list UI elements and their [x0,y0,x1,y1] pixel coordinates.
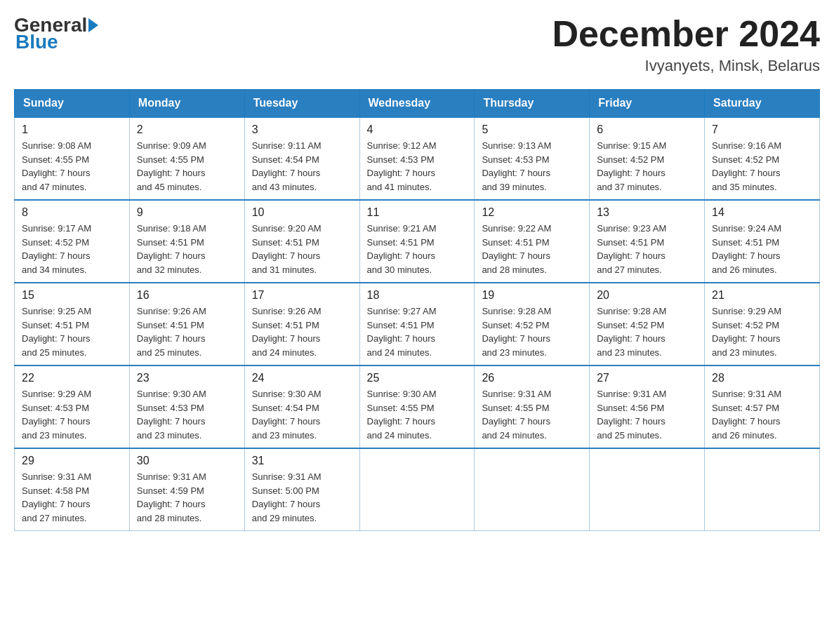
calendar-day-cell: 14 Sunrise: 9:24 AMSunset: 4:51 PMDaylig… [705,200,820,283]
logo-blue-text: Blue [15,31,58,53]
calendar-day-cell: 17 Sunrise: 9:26 AMSunset: 4:51 PMDaylig… [244,283,359,365]
day-info: Sunrise: 9:28 AMSunset: 4:52 PMDaylight:… [597,306,666,358]
calendar-week-1: 1 Sunrise: 9:08 AMSunset: 4:55 PMDayligh… [15,117,820,200]
day-number: 7 [712,123,812,136]
calendar-day-cell: 20 Sunrise: 9:28 AMSunset: 4:52 PMDaylig… [590,283,705,365]
day-info: Sunrise: 9:21 AMSunset: 4:51 PMDaylight:… [367,223,437,275]
month-title: December 2024 [552,14,820,54]
day-number: 11 [367,206,468,219]
col-thursday: Thursday [475,90,590,118]
calendar-day-cell [359,448,475,531]
calendar-day-cell: 31 Sunrise: 9:31 AMSunset: 5:00 PMDaylig… [244,448,359,531]
calendar-table: Sunday Monday Tuesday Wednesday Thursday… [14,89,820,531]
day-number: 9 [137,206,237,219]
day-number: 29 [22,455,122,467]
day-info: Sunrise: 9:31 AMSunset: 4:59 PMDaylight:… [137,471,206,523]
calendar-day-cell: 27 Sunrise: 9:31 AMSunset: 4:56 PMDaylig… [590,365,705,448]
calendar-week-2: 8 Sunrise: 9:17 AMSunset: 4:52 PMDayligh… [15,200,820,283]
day-info: Sunrise: 9:28 AMSunset: 4:52 PMDaylight:… [482,306,551,358]
calendar-week-4: 22 Sunrise: 9:29 AMSunset: 4:53 PMDaylig… [15,365,820,448]
day-number: 21 [712,289,812,302]
calendar-day-cell: 19 Sunrise: 9:28 AMSunset: 4:52 PMDaylig… [475,283,590,365]
calendar-day-cell: 3 Sunrise: 9:11 AMSunset: 4:54 PMDayligh… [244,117,359,200]
day-info: Sunrise: 9:30 AMSunset: 4:53 PMDaylight:… [137,389,206,441]
day-info: Sunrise: 9:27 AMSunset: 4:51 PMDaylight:… [367,306,437,358]
calendar-day-cell: 11 Sunrise: 9:21 AMSunset: 4:51 PMDaylig… [359,200,475,283]
calendar-day-cell: 22 Sunrise: 9:29 AMSunset: 4:53 PMDaylig… [15,365,130,448]
day-info: Sunrise: 9:23 AMSunset: 4:51 PMDaylight:… [597,223,666,275]
col-monday: Monday [129,90,244,118]
calendar-day-cell [590,448,705,531]
day-number: 15 [22,289,122,302]
day-number: 26 [482,372,582,384]
page-header: General Blue December 2024 Ivyanyets, Mi… [14,14,820,75]
day-number: 20 [597,289,697,302]
day-number: 12 [482,206,582,219]
col-friday: Friday [590,90,705,118]
calendar-day-cell: 23 Sunrise: 9:30 AMSunset: 4:53 PMDaylig… [129,365,244,448]
calendar-day-cell: 30 Sunrise: 9:31 AMSunset: 4:59 PMDaylig… [129,448,244,531]
calendar-day-cell: 2 Sunrise: 9:09 AMSunset: 4:55 PMDayligh… [129,117,244,200]
calendar-day-cell: 18 Sunrise: 9:27 AMSunset: 4:51 PMDaylig… [359,283,475,365]
day-number: 3 [252,123,352,136]
day-number: 22 [22,372,122,384]
title-section: December 2024 Ivyanyets, Minsk, Belarus [552,14,820,75]
col-sunday: Sunday [15,90,130,118]
calendar-day-cell: 28 Sunrise: 9:31 AMSunset: 4:57 PMDaylig… [705,365,820,448]
day-info: Sunrise: 9:16 AMSunset: 4:52 PMDaylight:… [712,140,781,192]
calendar-day-cell: 5 Sunrise: 9:13 AMSunset: 4:53 PMDayligh… [475,117,590,200]
day-info: Sunrise: 9:15 AMSunset: 4:52 PMDaylight:… [597,140,666,192]
day-number: 4 [367,123,468,136]
calendar-day-cell: 9 Sunrise: 9:18 AMSunset: 4:51 PMDayligh… [129,200,244,283]
day-number: 2 [137,123,237,136]
day-info: Sunrise: 9:20 AMSunset: 4:51 PMDaylight:… [252,223,322,275]
day-number: 28 [712,372,812,384]
calendar-day-cell: 7 Sunrise: 9:16 AMSunset: 4:52 PMDayligh… [705,117,820,200]
day-info: Sunrise: 9:13 AMSunset: 4:53 PMDaylight:… [482,140,551,192]
location-subtitle: Ivyanyets, Minsk, Belarus [552,57,820,75]
day-info: Sunrise: 9:30 AMSunset: 4:55 PMDaylight:… [367,389,437,441]
day-number: 23 [137,372,237,384]
day-info: Sunrise: 9:31 AMSunset: 4:56 PMDaylight:… [597,389,666,441]
day-number: 17 [252,289,352,302]
day-info: Sunrise: 9:30 AMSunset: 4:54 PMDaylight:… [252,389,322,441]
day-number: 30 [137,455,237,467]
calendar-day-cell: 16 Sunrise: 9:26 AMSunset: 4:51 PMDaylig… [129,283,244,365]
calendar-day-cell: 26 Sunrise: 9:31 AMSunset: 4:55 PMDaylig… [475,365,590,448]
calendar-day-cell: 10 Sunrise: 9:20 AMSunset: 4:51 PMDaylig… [244,200,359,283]
day-info: Sunrise: 9:18 AMSunset: 4:51 PMDaylight:… [137,223,206,275]
day-info: Sunrise: 9:17 AMSunset: 4:52 PMDaylight:… [22,223,91,275]
calendar-day-cell [475,448,590,531]
calendar-day-cell: 6 Sunrise: 9:15 AMSunset: 4:52 PMDayligh… [590,117,705,200]
calendar-week-5: 29 Sunrise: 9:31 AMSunset: 4:58 PMDaylig… [15,448,820,531]
logo-arrow-icon [88,18,98,32]
logo: General Blue [14,14,100,53]
day-info: Sunrise: 9:11 AMSunset: 4:54 PMDaylight:… [252,140,322,192]
day-number: 14 [712,206,812,219]
day-number: 18 [367,289,468,302]
calendar-day-cell: 13 Sunrise: 9:23 AMSunset: 4:51 PMDaylig… [590,200,705,283]
day-number: 10 [252,206,352,219]
day-number: 13 [597,206,697,219]
day-number: 16 [137,289,237,302]
day-info: Sunrise: 9:26 AMSunset: 4:51 PMDaylight:… [137,306,206,358]
calendar-day-cell: 21 Sunrise: 9:29 AMSunset: 4:52 PMDaylig… [705,283,820,365]
calendar-day-cell: 1 Sunrise: 9:08 AMSunset: 4:55 PMDayligh… [15,117,130,200]
calendar-day-cell: 29 Sunrise: 9:31 AMSunset: 4:58 PMDaylig… [15,448,130,531]
calendar-week-3: 15 Sunrise: 9:25 AMSunset: 4:51 PMDaylig… [15,283,820,365]
col-wednesday: Wednesday [359,90,475,118]
day-info: Sunrise: 9:31 AMSunset: 4:55 PMDaylight:… [482,389,551,441]
day-info: Sunrise: 9:22 AMSunset: 4:51 PMDaylight:… [482,223,551,275]
col-tuesday: Tuesday [244,90,359,118]
day-number: 6 [597,123,697,136]
day-number: 8 [22,206,122,219]
day-info: Sunrise: 9:12 AMSunset: 4:53 PMDaylight:… [367,140,437,192]
day-number: 5 [482,123,582,136]
day-info: Sunrise: 9:29 AMSunset: 4:52 PMDaylight:… [712,306,781,358]
calendar-day-cell: 24 Sunrise: 9:30 AMSunset: 4:54 PMDaylig… [244,365,359,448]
day-info: Sunrise: 9:31 AMSunset: 5:00 PMDaylight:… [252,471,322,523]
calendar-day-cell: 4 Sunrise: 9:12 AMSunset: 4:53 PMDayligh… [359,117,475,200]
day-number: 1 [22,123,122,136]
day-info: Sunrise: 9:24 AMSunset: 4:51 PMDaylight:… [712,223,781,275]
calendar-day-cell [705,448,820,531]
